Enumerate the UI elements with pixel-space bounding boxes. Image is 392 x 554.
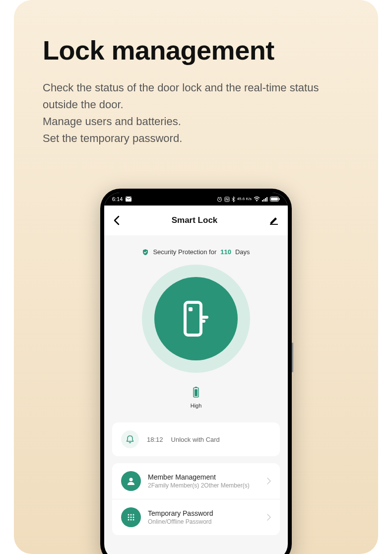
pencil-icon [269, 215, 279, 225]
svg-point-21 [128, 517, 130, 518]
nfc-icon [224, 197, 230, 202]
svg-rect-10 [279, 198, 280, 200]
bell-icon [126, 435, 134, 444]
mail-icon [126, 197, 131, 202]
hero-description: Check the status of the door lock and th… [43, 79, 321, 147]
event-text: Unlock with Card [171, 436, 220, 443]
hero-desc-line: Check the status of the door lock and th… [43, 79, 321, 113]
svg-rect-5 [263, 199, 264, 202]
svg-rect-16 [195, 389, 197, 396]
signal-icon [262, 197, 268, 202]
person-icon [126, 476, 136, 486]
menu-item-title: Temporary Password [148, 509, 260, 517]
menu-list: Member Management 2Family Member(s) 2Oth… [112, 463, 280, 535]
svg-rect-13 [189, 307, 193, 311]
security-prefix: Security Protection for [153, 248, 216, 256]
security-days: 110 [220, 248, 231, 256]
keypad-icon [126, 512, 136, 522]
svg-rect-11 [270, 224, 278, 225]
menu-item-subtitle: 2Family Member(s) 2Other Member(s) [148, 482, 260, 489]
svg-point-25 [131, 519, 132, 521]
edit-button[interactable] [269, 215, 279, 225]
shield-icon [142, 249, 149, 256]
svg-point-22 [131, 517, 132, 518]
lock-circle-inner [154, 277, 238, 360]
menu-item-title: Member Management [148, 473, 260, 481]
chevron-left-icon [113, 215, 120, 225]
promo-card: Lock management Check the status of the … [14, 0, 378, 554]
bell-icon-wrap [121, 430, 139, 448]
status-time: 6:14 [112, 196, 123, 202]
battery-icon [193, 387, 199, 398]
svg-point-23 [133, 517, 134, 518]
menu-item-member-management[interactable]: Member Management 2Family Member(s) 2Oth… [112, 463, 280, 499]
svg-point-17 [130, 478, 133, 482]
wifi-icon [254, 197, 260, 202]
phone-side-button [292, 343, 293, 372]
recent-event-card[interactable]: 18:12 Unlock with Card [112, 422, 280, 456]
hero-desc-line: Manage users and batteries. [43, 113, 321, 130]
svg-point-24 [128, 519, 130, 521]
screen-content: Security Protection for 110 Days [104, 235, 288, 535]
svg-point-20 [133, 514, 134, 516]
chevron-right-icon [267, 514, 271, 521]
chevron-right-icon [267, 478, 271, 485]
svg-point-26 [133, 519, 134, 521]
phone-screen: 6:14 45.6 K/s [104, 193, 288, 554]
svg-rect-7 [266, 197, 267, 202]
svg-point-18 [128, 514, 130, 516]
svg-point-19 [131, 514, 132, 516]
svg-rect-9 [271, 198, 278, 201]
event-time: 18:12 [147, 436, 163, 443]
menu-item-subtitle: Online/Offline Password [148, 518, 260, 525]
menu-item-temporary-password[interactable]: Temporary Password Online/Offline Passwo… [112, 499, 280, 535]
battery-level-label: High [191, 403, 202, 409]
appbar-title: Smart Lock [172, 215, 218, 225]
app-bar: Smart Lock [104, 206, 288, 235]
svg-rect-4 [262, 200, 263, 202]
svg-point-3 [257, 201, 258, 202]
status-speed: 45.6 K/s [237, 197, 252, 201]
alarm-icon [217, 197, 222, 202]
keypad-icon-wrap [121, 507, 141, 527]
door-lock-icon [181, 299, 211, 338]
phone-mockup: 6:14 45.6 K/s [100, 189, 292, 554]
svg-rect-12 [185, 302, 201, 335]
phone-frame: 6:14 45.6 K/s [100, 189, 292, 554]
security-suffix: Days [235, 248, 250, 256]
status-bar: 6:14 45.6 K/s [104, 193, 288, 206]
battery-status: High [112, 387, 280, 409]
hero-title: Lock management [43, 35, 349, 66]
person-icon-wrap [121, 471, 141, 491]
bluetooth-icon [232, 197, 235, 202]
svg-rect-6 [265, 198, 266, 202]
hero-desc-line: Set the temporary password. [43, 130, 321, 147]
back-button[interactable] [113, 215, 120, 225]
lock-button[interactable] [142, 265, 250, 373]
battery-status-icon [270, 197, 280, 202]
security-status: Security Protection for 110 Days [112, 248, 280, 256]
